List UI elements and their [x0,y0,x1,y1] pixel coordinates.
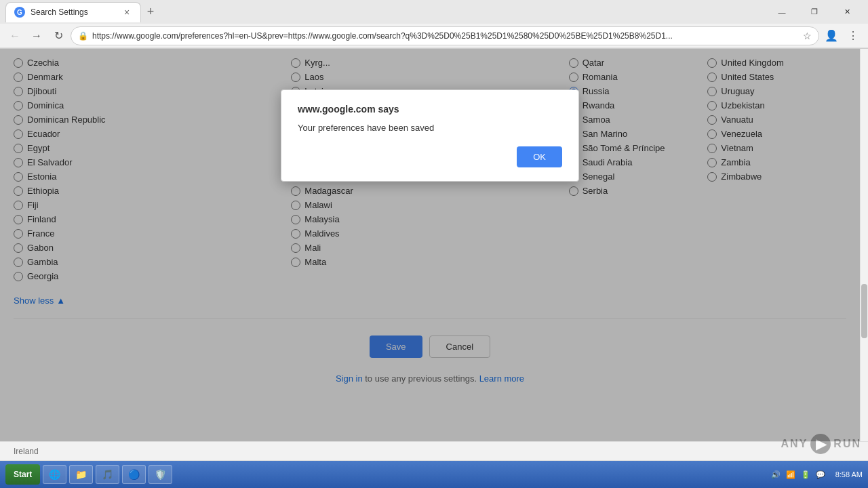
tab-favicon: G [14,7,25,18]
dialog-overlay: www.google.com says Your preferences hav… [0,49,860,441]
start-button[interactable]: Start [5,464,40,485]
browser-tab[interactable]: G Search Settings × [5,2,141,22]
close-button[interactable]: ✕ [831,0,863,24]
tab-close-button[interactable]: × [121,7,132,18]
taskbar-ie-icon[interactable]: 🌐 [43,465,66,484]
dialog-message: Your preferences have been saved [298,123,562,133]
forward-button[interactable]: → [27,26,46,45]
dialog-buttons: OK [298,146,562,167]
system-tray: 🔊 📶 🔋 💬 [766,469,830,480]
scrollbar-track[interactable] [860,49,868,441]
network-icon[interactable]: 📶 [785,469,796,480]
menu-icon[interactable]: ⋮ [844,26,863,45]
address-bar[interactable]: 🔒 https://www.google.com/preferences?hl=… [71,26,819,45]
taskbar-clock[interactable]: 8:58 AM [835,470,863,479]
new-tab-button[interactable]: + [141,3,160,22]
taskbar-chrome-icon[interactable]: 🔵 [122,465,146,484]
dialog-ok-button[interactable]: OK [517,146,562,167]
page-content: Czechia Denmark Djibouti Dominica Domini… [0,49,868,441]
lock-icon: 🔒 [78,31,88,41]
dialog-title: www.google.com says [298,104,562,115]
window-controls: — ❐ ✕ [766,0,863,24]
volume-icon[interactable]: 🔊 [770,469,781,480]
scrollbar-thumb[interactable] [861,284,867,338]
back-button[interactable]: ← [5,26,24,45]
profile-icon[interactable]: 👤 [822,26,841,45]
taskbar-folder-icon[interactable]: 📁 [69,465,93,484]
taskbar-right: 🔊 📶 🔋 💬 8:58 AM [766,469,863,480]
footer-region: Ireland [14,447,39,456]
url-text: https://www.google.com/preferences?hl=en… [92,31,799,41]
navigation-bar: ← → ↻ 🔒 https://www.google.com/preferenc… [0,24,868,48]
tab-title: Search Settings [31,7,116,17]
taskbar-media-icon[interactable]: 🎵 [96,465,119,484]
notification-icon[interactable]: 💬 [815,469,826,480]
dialog-box: www.google.com says Your preferences hav… [281,89,579,182]
page-footer: Ireland [0,441,868,460]
battery-icon[interactable]: 🔋 [800,469,811,480]
minimize-button[interactable]: — [766,0,797,24]
title-bar: G Search Settings × + — ❐ ✕ [0,0,868,24]
refresh-button[interactable]: ↻ [49,26,68,45]
bookmark-icon[interactable]: ☆ [803,30,812,41]
maximize-button[interactable]: ❐ [799,0,830,24]
taskbar-antivirus-icon[interactable]: 🛡️ [149,465,172,484]
taskbar: Start 🌐 📁 🎵 🔵 🛡️ 🔊 📶 🔋 💬 8:58 AM [0,461,868,488]
